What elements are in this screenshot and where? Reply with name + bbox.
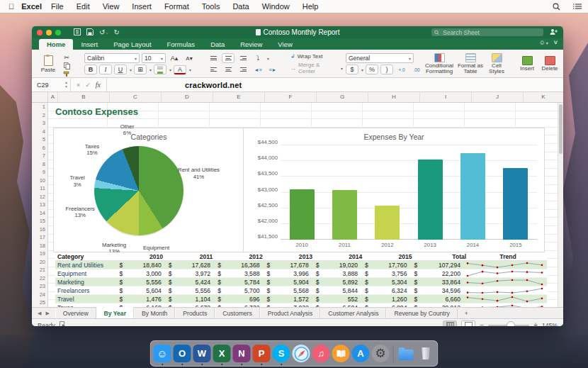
menu-item-window[interactable]: Window	[256, 2, 296, 11]
dock-safari-icon[interactable]	[293, 345, 310, 362]
select-all-corner[interactable]	[32, 92, 48, 102]
page-layout-view-button[interactable]	[461, 320, 475, 327]
align-center-icon[interactable]	[222, 65, 234, 74]
row-header-20[interactable]: 20	[32, 258, 47, 267]
dock-trash-icon[interactable]	[417, 345, 435, 362]
dock-skype-icon[interactable]: S	[273, 345, 290, 362]
row-header-25[interactable]: 25	[32, 299, 47, 307]
row-header-4[interactable]: 4	[32, 128, 47, 136]
column-header-H[interactable]: H	[368, 92, 420, 102]
menu-item-format[interactable]: Format	[158, 2, 196, 11]
name-box[interactable]: C29 ▲▼	[32, 78, 71, 91]
column-header-F[interactable]: F	[265, 92, 317, 102]
ribbon-tab-review[interactable]: Review	[232, 39, 270, 50]
row-header-7[interactable]: 7	[32, 152, 47, 160]
ribbon-tab-formulas[interactable]: Formulas	[159, 39, 203, 50]
font-color-button[interactable]: A	[174, 65, 186, 74]
expense-table[interactable]: Category201020112012201320142015TotalTre…	[55, 252, 547, 307]
row-header-19[interactable]: 19	[32, 250, 47, 258]
minimize-button[interactable]	[46, 30, 52, 35]
cancel-entry-icon[interactable]: ×	[77, 82, 80, 89]
comma-style-button[interactable]: )	[380, 65, 393, 74]
window-title-bar[interactable]: ↺▾ ↻ Contoso Monthly Report	[32, 26, 563, 38]
row-headers[interactable]: 1234567891011121314151617181920212223242…	[32, 103, 48, 307]
zoom-slider[interactable]	[488, 325, 529, 326]
table-row-marketing[interactable]: Marketing$5,556$5,424$5,784$5,904$5,892$…	[55, 278, 547, 286]
insert-cells-button[interactable]: Insert	[516, 56, 538, 72]
format-as-table-button[interactable]: Format as Table	[455, 53, 486, 75]
sheet-tab-revenue-by-country[interactable]: Revenue by Country	[386, 308, 457, 318]
dock-finder-icon[interactable]: ☺	[154, 345, 171, 362]
row-header-17[interactable]: 17	[32, 233, 47, 242]
dock-outlook-icon[interactable]: O	[174, 345, 191, 362]
zoom-window-button[interactable]	[55, 30, 61, 35]
dock-system-preferences-icon[interactable]: ⚙	[372, 345, 390, 362]
ribbon-tab-insert[interactable]: Insert	[73, 39, 106, 50]
row-header-3[interactable]: 3	[32, 119, 47, 128]
save-icon[interactable]	[86, 28, 94, 37]
table-row-rent-and-utilities[interactable]: Rent and Utilities$18,840$17,628$16,368$…	[55, 261, 547, 269]
zoom-in-button[interactable]: +	[533, 322, 538, 327]
zoom-out-button[interactable]: −	[480, 322, 484, 327]
column-headers[interactable]: ABCDEFGHIJK	[32, 92, 563, 103]
row-header-23[interactable]: 23	[32, 282, 47, 291]
menu-item-file[interactable]: File	[45, 2, 70, 11]
decrease-font-icon[interactable]: A▾	[183, 53, 196, 63]
dock-onenote-icon[interactable]: N	[233, 345, 251, 362]
bar-2013[interactable]	[418, 160, 443, 240]
confirm-entry-icon[interactable]: ✓	[85, 82, 91, 89]
bar-2011[interactable]	[332, 190, 357, 240]
align-left-icon[interactable]	[207, 65, 220, 74]
vertical-scrollbar-thumb[interactable]	[559, 104, 562, 154]
row-header-9[interactable]: 9	[32, 168, 47, 177]
redo-button[interactable]: ↻	[113, 29, 119, 36]
delete-cells-button[interactable]: Delete	[538, 56, 561, 72]
feedback-smiley-icon[interactable]: ☺▾	[539, 39, 548, 46]
table-row-equipment[interactable]: Equipment$3,000$3,972$3,588$3,996$3,888$…	[55, 269, 547, 278]
table-row-taxes[interactable]: Taxes$6,168$6,672$6,732$7,032$6,504$6,80…	[55, 303, 547, 307]
row-header-6[interactable]: 6	[32, 144, 47, 152]
name-box-stepper[interactable]: ▲▼	[64, 81, 68, 89]
merge-center-button[interactable]: ↔Merge & Center▾	[290, 62, 343, 74]
bar-2015[interactable]	[503, 168, 528, 240]
dock-ibooks-icon[interactable]	[332, 345, 350, 362]
row-header-24[interactable]: 24	[32, 291, 47, 299]
menu-item-data[interactable]: Data	[226, 2, 255, 11]
bar-2012[interactable]	[375, 206, 400, 240]
row-header-8[interactable]: 8	[32, 160, 47, 169]
wrap-text-button[interactable]: ↲Wrap Text	[290, 53, 343, 60]
dock-word-icon[interactable]: W	[193, 345, 211, 362]
row-header-22[interactable]: 22	[32, 274, 47, 283]
normal-view-button[interactable]	[443, 320, 457, 327]
menu-item-edit[interactable]: Edit	[70, 2, 96, 11]
bold-button[interactable]: B	[84, 65, 97, 74]
search-sheet-input[interactable]	[441, 28, 541, 37]
formula-input[interactable]: crackworld.net	[107, 78, 563, 91]
ribbon-tab-view[interactable]: View	[270, 39, 300, 50]
worksheet-grid[interactable]: 1234567891011121314151617181920212223242…	[32, 103, 563, 307]
insert-function-icon[interactable]: fx	[96, 81, 101, 89]
close-button[interactable]	[37, 30, 43, 35]
menu-item-insert[interactable]: Insert	[125, 2, 158, 11]
borders-button[interactable]: ⊞	[134, 65, 147, 74]
align-bottom-icon[interactable]	[237, 53, 249, 63]
dock-excel-icon[interactable]: X	[213, 345, 231, 362]
copy-icon[interactable]	[60, 62, 73, 70]
row-header-11[interactable]: 11	[32, 184, 47, 193]
paste-button[interactable]: Paste	[38, 53, 59, 74]
column-header-E[interactable]: E	[213, 92, 265, 102]
column-header-K[interactable]: K	[524, 92, 563, 102]
share-person-icon[interactable]	[549, 28, 558, 37]
italic-button[interactable]: I	[99, 65, 112, 74]
row-header-2[interactable]: 2	[32, 111, 47, 120]
format-painter-icon[interactable]	[60, 70, 73, 78]
apple-menu-icon[interactable]: 	[9, 2, 14, 11]
increase-decimal-button[interactable]: +.0	[395, 65, 408, 74]
fill-color-button[interactable]	[154, 65, 166, 74]
sheet-tab-customer-analysis[interactable]: Customer Analysis	[320, 308, 386, 318]
column-header-I[interactable]: I	[420, 92, 472, 102]
underline-button[interactable]: U	[114, 65, 127, 74]
percent-style-button[interactable]: %	[366, 65, 378, 74]
ribbon-tab-data[interactable]: Data	[203, 39, 232, 50]
conditional-formatting-button[interactable]: Conditional Formatting	[424, 53, 455, 75]
